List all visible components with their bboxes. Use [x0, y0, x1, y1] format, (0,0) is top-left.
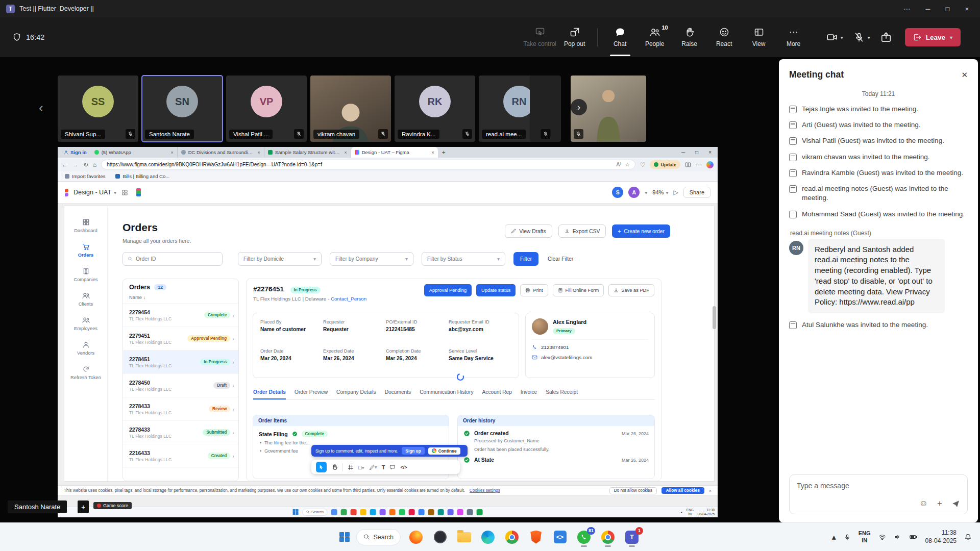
taskbar-clock[interactable]: 11:3808-04-2025 — [925, 529, 957, 545]
chat-compose-box[interactable]: ☺ + — [789, 474, 968, 514]
firefox-icon — [409, 531, 423, 544]
google-icon: G — [432, 448, 436, 453]
leave-button[interactable]: Leave ▾ — [905, 28, 961, 46]
tab-title: Design - UAT – Figma — [362, 149, 429, 155]
react-button[interactable]: React — [707, 17, 742, 57]
refresh-icon: ↻ — [83, 161, 88, 168]
notification-bell-icon[interactable] — [964, 533, 972, 541]
comment-tool-icon — [389, 464, 396, 470]
minimize-button[interactable]: ─ — [925, 5, 930, 13]
taskbar-app-firefox[interactable] — [407, 529, 425, 546]
raise-button[interactable]: Raise — [672, 17, 707, 57]
chat-button[interactable]: Chat — [603, 17, 638, 57]
remote-app-icon — [428, 509, 434, 515]
remote-app-icon — [380, 509, 386, 515]
mic-chevron-icon[interactable]: ▾ — [868, 35, 870, 40]
chat-close-icon[interactable]: ✕ — [961, 70, 968, 80]
tab-close-icon: × — [257, 150, 260, 155]
search-icon — [306, 510, 309, 514]
video-tile[interactable]: SS Shivani Sup... — [58, 76, 138, 142]
view-button[interactable]: View — [742, 17, 776, 57]
present-icon: ▷ — [673, 189, 678, 196]
orders-list-header: Orders 12 — [123, 279, 238, 293]
wifi-icon[interactable] — [878, 533, 886, 541]
taskbar-app-chrome-2[interactable] — [599, 529, 617, 546]
taskbar-app-teams[interactable]: T 1 — [623, 529, 641, 546]
titlebar-more-icon[interactable]: ⋯ — [903, 5, 910, 13]
active-app-indicator — [581, 545, 587, 547]
item-name: State Filing — [259, 431, 288, 437]
browser-tab: Sample Salary Structure with calc × — [264, 147, 351, 158]
start-button[interactable] — [339, 532, 350, 542]
taskbar-app-edge[interactable] — [479, 529, 497, 546]
remote-app-icon — [457, 509, 463, 515]
active-app-indicator — [629, 545, 635, 547]
video-tile-active-speaker[interactable]: SN Santosh Narate — [142, 76, 223, 142]
remote-app-icon — [438, 509, 444, 515]
taskbar-app-whatsapp[interactable]: 81 — [575, 529, 593, 546]
taskbar-app-chrome[interactable] — [503, 529, 521, 546]
pop-out-button[interactable]: Pop out — [557, 17, 592, 57]
text-tool-icon: T — [382, 464, 385, 470]
video-tile[interactable]: RK Ravindra K... — [395, 76, 475, 142]
remote-app-icon — [448, 509, 454, 515]
people-button[interactable]: 10 People — [638, 17, 672, 57]
taskbar-app-brave[interactable] — [527, 529, 545, 546]
video-tile-partial[interactable] — [530, 76, 561, 142]
maximize-button[interactable]: □ — [946, 5, 950, 13]
shield-icon — [12, 33, 21, 42]
collaborator-avatar: S — [612, 187, 623, 198]
order-detail-header: #2276451 In Progress TL Flex Holdings LL… — [247, 279, 661, 302]
close-button[interactable]: × — [965, 5, 969, 13]
camera-chevron-icon[interactable]: ▾ — [841, 35, 843, 40]
pin-presenter-button[interactable]: + — [78, 500, 89, 513]
emoji-icon[interactable]: ☺ — [919, 498, 928, 509]
allow-cookies-button: Allow all cookies — [662, 487, 704, 494]
share-button[interactable] — [880, 32, 892, 43]
history-sub: Processed by Customer_Name — [474, 438, 649, 443]
attach-plus-icon[interactable]: + — [937, 498, 942, 509]
vscode-icon: <> — [554, 531, 567, 543]
taskbar-app-file-explorer[interactable] — [455, 529, 473, 546]
browser-icon — [434, 531, 447, 543]
page-actions: View Drafts Export CSV + Create new orde… — [505, 224, 670, 238]
browser-tab: (5) WhatsApp × — [91, 147, 178, 158]
figma-favicon — [355, 150, 359, 155]
take-control-button[interactable]: Take control — [523, 17, 557, 57]
strip-scroll-right-icon[interactable]: › — [571, 99, 587, 115]
message-input[interactable] — [797, 482, 960, 490]
remote-app-icon — [360, 509, 366, 515]
video-tile[interactable]: VP Vishal Patil ... — [226, 76, 307, 142]
tray-expand-icon[interactable]: ▴ — [832, 532, 836, 542]
battery-icon[interactable] — [909, 533, 918, 541]
calendar-icon — [789, 106, 797, 113]
form-icon — [558, 288, 563, 293]
language-indicator[interactable]: ENGIN — [859, 530, 871, 543]
sidebar-item-vendors: Vendors — [64, 341, 107, 356]
order-info-card: Placed ByName of customer RequesterReque… — [253, 313, 519, 378]
domicile-filter-dropdown: Filter by Domicile▾ — [238, 252, 322, 266]
figma-canvas: Dashboard Orders Companies Clients — [58, 204, 718, 506]
video-tile-camera-on[interactable]: vikram chavan — [310, 76, 391, 142]
volume-icon[interactable] — [894, 533, 901, 541]
send-icon[interactable] — [951, 499, 960, 508]
more-button[interactable]: ⋯ More — [776, 17, 811, 57]
bookmark-label: Bills | Billing and Co... — [122, 173, 169, 179]
history-date: Mar 26, 2024 — [622, 458, 649, 463]
mic-button[interactable]: ▾ — [853, 32, 870, 43]
leave-chevron-icon[interactable]: ▾ — [950, 35, 952, 40]
camera-button[interactable]: ▾ — [826, 32, 843, 43]
system-message: Arti (Guest) was invited to the meeting. — [789, 120, 968, 130]
react-icon — [719, 27, 729, 37]
more-label: More — [787, 40, 800, 47]
contact-card: Alex Englard Primary 2123874901 alex@vst… — [525, 313, 655, 378]
tray-mic-icon[interactable] — [844, 534, 851, 541]
order-action-buttons: Approval Pending Update status Print Fil… — [424, 284, 654, 296]
raise-hand-icon — [684, 27, 695, 37]
taskbar-search[interactable]: Search — [356, 529, 401, 545]
strip-scroll-left-icon[interactable]: ‹ — [39, 100, 43, 116]
taskbar-app-code[interactable]: <> — [551, 529, 569, 546]
chrome-icon — [601, 531, 615, 544]
status-badge: Draft — [213, 382, 230, 389]
taskbar-app-browser[interactable] — [431, 529, 449, 546]
